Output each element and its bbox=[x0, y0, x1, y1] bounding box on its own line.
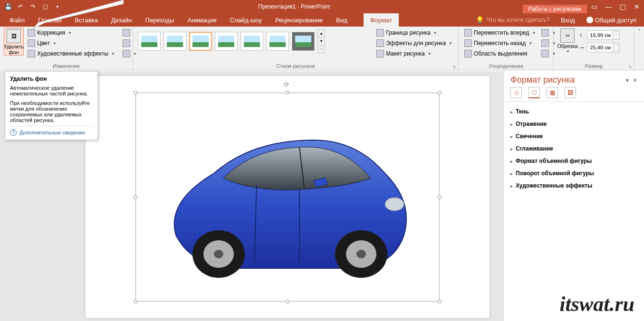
picture-styles-gallery: ▲ ▼ ⋯ bbox=[137, 28, 373, 55]
qat-more-button[interactable]: ▼ bbox=[52, 1, 63, 12]
bring-forward-icon bbox=[464, 29, 472, 37]
lightbulb-icon: 💡 bbox=[476, 16, 484, 24]
sign-in-link[interactable]: Вход bbox=[554, 13, 581, 27]
chevron-down-icon: ▼ bbox=[53, 41, 57, 46]
selection-pane-label: Область выделения bbox=[474, 50, 527, 57]
gallery-item[interactable] bbox=[138, 32, 161, 51]
window-title: Презентация1 - PowerPoint bbox=[66, 3, 523, 10]
share-label: Общий доступ bbox=[595, 17, 636, 24]
chevron-down-icon: ▼ bbox=[68, 31, 72, 35]
bring-forward-label: Переместить вперед bbox=[474, 29, 529, 36]
height-stepper[interactable] bbox=[613, 30, 620, 40]
gallery-item[interactable] bbox=[266, 32, 289, 51]
send-backward-label: Переместить назад bbox=[474, 40, 526, 47]
width-input[interactable] bbox=[587, 43, 613, 52]
corrections-icon bbox=[28, 29, 35, 37]
width-stepper[interactable] bbox=[613, 43, 620, 52]
ribbon-group-arrange: Переместить вперед▼ Переместить назад▼ О… bbox=[459, 27, 554, 70]
layout-label: Макет рисунка bbox=[386, 50, 425, 57]
group-icon bbox=[541, 39, 549, 47]
artistic-effects-button[interactable]: Художественные эффекты ▼ bbox=[26, 48, 117, 59]
send-backward-icon bbox=[464, 39, 472, 47]
picture-layout-button[interactable]: Макет рисунка ▼ bbox=[375, 48, 454, 59]
color-icon bbox=[28, 39, 35, 47]
tab-home[interactable]: Главная bbox=[31, 13, 68, 27]
gallery-down-button[interactable]: ▼ bbox=[318, 38, 325, 45]
remove-background-button[interactable]: 🖼 Удалить фон bbox=[4, 28, 24, 56]
maximize-button[interactable]: ▢ bbox=[615, 0, 630, 13]
collapse-ribbon-icon[interactable]: ˄ bbox=[638, 28, 641, 35]
bring-forward-button[interactable]: Переместить вперед▼ bbox=[462, 28, 538, 38]
ribbon-group-adjust: 🖼 Удалить фон Коррекция ▼ Цвет ▼ Художес… bbox=[0, 27, 133, 70]
ribbon: 🖼 Удалить фон Коррекция ▼ Цвет ▼ Художес… bbox=[0, 27, 644, 70]
rotate-icon bbox=[541, 50, 549, 57]
tab-slideshow[interactable]: Слайд-шоу bbox=[223, 13, 269, 27]
tab-design[interactable]: Дизайн bbox=[105, 13, 139, 27]
window-controls: ▭ — ▢ ✕ bbox=[587, 0, 644, 13]
selection-pane-button[interactable]: Область выделения bbox=[462, 48, 538, 59]
effects-icon bbox=[376, 39, 384, 47]
chevron-down-icon: ▼ bbox=[428, 52, 432, 56]
color-label: Цвет bbox=[37, 40, 50, 47]
border-icon bbox=[376, 29, 384, 37]
redo-button[interactable]: ↷ bbox=[28, 1, 38, 12]
close-button[interactable]: ✕ bbox=[630, 0, 644, 13]
chevron-down-icon: ▼ bbox=[532, 31, 536, 35]
tab-transitions[interactable]: Переходы bbox=[138, 13, 181, 27]
gallery-nav: ▲ ▼ ⋯ bbox=[317, 29, 325, 53]
share-button[interactable]: Общий доступ bbox=[582, 13, 641, 27]
gallery-item[interactable] bbox=[215, 32, 238, 51]
align-icon bbox=[541, 29, 549, 37]
height-icon: ↕ bbox=[579, 32, 587, 38]
crop-icon: ✂ bbox=[560, 28, 575, 43]
chevron-down-icon: ▼ bbox=[529, 41, 532, 46]
crop-button[interactable]: ✂ Обрезка ▼ bbox=[557, 28, 577, 54]
group-label-styles: Стили рисунков bbox=[137, 63, 454, 70]
gallery-item[interactable] bbox=[163, 32, 186, 51]
gallery-item[interactable] bbox=[189, 32, 212, 51]
tab-review[interactable]: Рецензирование bbox=[269, 13, 329, 27]
gallery-up-button[interactable]: ▲ bbox=[318, 30, 325, 38]
start-from-beginning-button[interactable]: ▢ bbox=[40, 1, 50, 12]
picture-border-button[interactable]: Граница рисунка ▼ bbox=[375, 28, 454, 38]
dialog-launcher-styles[interactable]: ↘ bbox=[451, 63, 457, 69]
selection-pane-icon bbox=[464, 50, 472, 57]
ribbon-options-icon[interactable]: ▭ bbox=[587, 0, 601, 13]
remove-bg-icon: 🖼 bbox=[7, 29, 21, 43]
crop-label: Обрезка bbox=[557, 43, 577, 49]
tab-view[interactable]: Вид bbox=[329, 13, 354, 27]
corrections-button[interactable]: Коррекция ▼ bbox=[26, 28, 117, 38]
minimize-button[interactable]: — bbox=[601, 0, 615, 13]
border-label: Граница рисунка bbox=[386, 29, 431, 36]
tab-file[interactable]: Файл bbox=[3, 13, 31, 27]
width-icon: ↔ bbox=[579, 44, 587, 51]
tab-animations[interactable]: Анимация bbox=[181, 13, 223, 27]
corrections-label: Коррекция bbox=[37, 29, 65, 36]
title-bar: 💾 ↶ ↷ ▢ ▼ Презентация1 - PowerPoint Рабо… bbox=[0, 0, 644, 13]
quick-access-toolbar: 💾 ↶ ↷ ▢ ▼ bbox=[0, 1, 66, 12]
tell-me-search[interactable]: 💡 Что вы хотите сделать? bbox=[471, 13, 555, 27]
artistic-label: Художественные эффекты bbox=[37, 50, 108, 57]
picture-effects-button[interactable]: Эффекты для рисунка ▼ bbox=[375, 38, 454, 48]
change-picture-icon bbox=[123, 39, 130, 47]
tab-format[interactable]: Формат bbox=[364, 13, 399, 27]
group-label-arrange: Упорядочение bbox=[462, 63, 549, 70]
gallery-item[interactable] bbox=[240, 32, 263, 51]
undo-button[interactable]: ↶ bbox=[15, 1, 26, 12]
ribbon-group-size: ✂ Обрезка ▼ ↕ ↔ Размер ↘ bbox=[554, 27, 634, 70]
send-backward-button[interactable]: Переместить назад▼ bbox=[462, 38, 538, 48]
height-input[interactable] bbox=[587, 30, 613, 40]
artistic-icon bbox=[28, 50, 35, 57]
chevron-down-icon: ▼ bbox=[111, 52, 115, 56]
save-button[interactable]: 💾 bbox=[3, 1, 13, 12]
contextual-tab-label: Работа с рисунками bbox=[523, 5, 587, 13]
chevron-down-icon: ▼ bbox=[433, 31, 437, 35]
compress-icon bbox=[123, 29, 130, 37]
gallery-more-button[interactable]: ⋯ bbox=[318, 46, 325, 53]
gallery-item[interactable] bbox=[292, 32, 315, 51]
group-label-adjust: Изменение bbox=[4, 63, 129, 70]
color-button[interactable]: Цвет ▼ bbox=[26, 38, 117, 48]
tab-insert[interactable]: Вставка bbox=[68, 13, 104, 27]
person-icon bbox=[586, 17, 593, 23]
dialog-launcher-size[interactable]: ↘ bbox=[626, 63, 633, 69]
